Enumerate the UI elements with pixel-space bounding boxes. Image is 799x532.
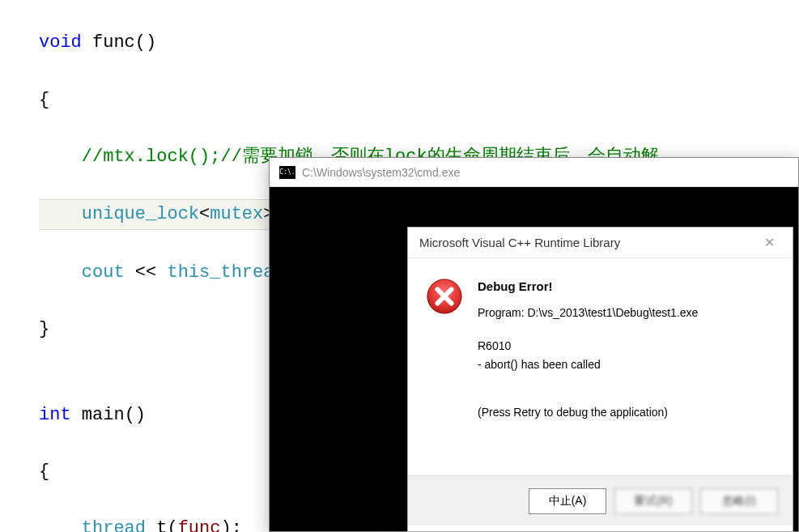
cmd-titlebar[interactable]: C:\. C:\Windows\system32\cmd.exe: [270, 158, 798, 187]
retry-button[interactable]: 重试(R): [614, 488, 692, 514]
dialog-buttons: 中止(A) 重试(R) 忽略(I): [408, 475, 793, 526]
identifier: cout: [82, 262, 125, 283]
dialog-title: Microsoft Visual C++ Runtime Library: [419, 236, 620, 249]
code-line: {: [39, 86, 799, 114]
keyword: void: [39, 32, 82, 53]
keyword: int: [39, 405, 71, 425]
type: thread: [82, 518, 146, 532]
function-name: main: [71, 405, 125, 425]
error-abort: - abort() has been called: [478, 356, 698, 373]
namespace: this_thread: [167, 262, 284, 283]
error-dialog[interactable]: Microsoft Visual C++ Runtime Library ✕ D…: [407, 227, 793, 532]
dialog-text: Debug Error! Program: D:\vs_2013\test1\D…: [478, 278, 698, 461]
parens: (): [135, 32, 156, 53]
dialog-body: Debug Error! Program: D:\vs_2013\test1\D…: [408, 258, 793, 475]
type: mutex: [210, 204, 263, 224]
close-icon[interactable]: ✕: [758, 232, 781, 253]
error-icon: [426, 278, 463, 315]
cmd-icon: C:\.: [279, 166, 295, 179]
type: unique_lock: [82, 204, 199, 224]
identifier: func: [178, 518, 221, 532]
ignore-button[interactable]: 忽略(I): [700, 488, 778, 514]
error-title: Debug Error!: [478, 278, 698, 296]
cmd-title: C:\Windows\system32\cmd.exe: [302, 166, 460, 179]
function-name: func: [82, 32, 135, 53]
error-retry-hint: (Press Retry to debug the application): [478, 404, 698, 421]
abort-button[interactable]: 中止(A): [529, 488, 606, 514]
dialog-titlebar[interactable]: Microsoft Visual C++ Runtime Library ✕: [408, 228, 793, 258]
error-program: Program: D:\vs_2013\test1\Debug\test1.ex…: [478, 304, 698, 321]
error-code: R6010: [478, 338, 698, 355]
code-line: void func(): [39, 28, 799, 57]
